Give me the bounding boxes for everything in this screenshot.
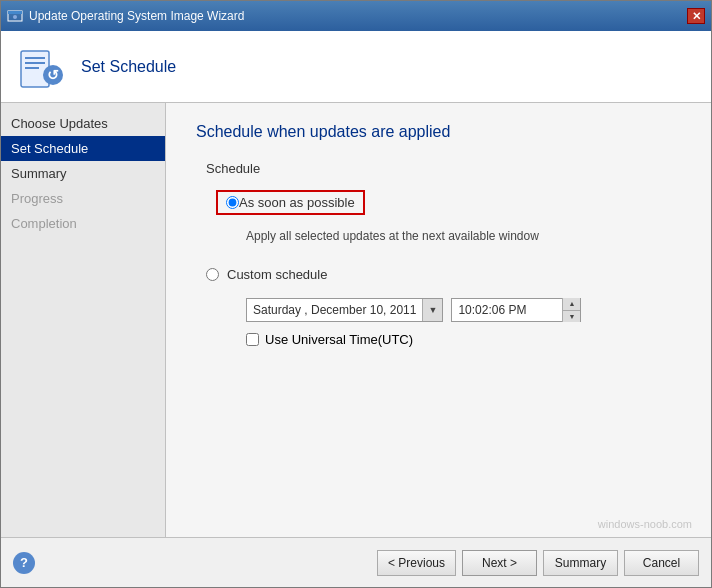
next-button[interactable]: Next > — [462, 550, 537, 576]
asap-description: Apply all selected updates at the next a… — [246, 229, 681, 243]
svg-point-2 — [13, 15, 17, 19]
title-bar: Update Operating System Image Wizard ✕ — [1, 1, 711, 31]
time-spin-up[interactable]: ▲ — [563, 298, 580, 311]
schedule-label: Schedule — [206, 161, 681, 176]
wizard-step-title: Set Schedule — [81, 58, 176, 76]
custom-label[interactable]: Custom schedule — [227, 267, 327, 282]
time-spinner: ▲ ▼ — [562, 298, 580, 322]
content-title: Schedule when updates are applied — [196, 123, 681, 141]
footer-left: ? — [13, 552, 371, 574]
window-title: Update Operating System Image Wizard — [29, 9, 244, 23]
svg-rect-5 — [25, 62, 45, 64]
sidebar-item-completion: Completion — [1, 211, 165, 236]
utc-checkbox[interactable] — [246, 333, 259, 346]
custom-radio[interactable] — [206, 268, 219, 281]
sidebar-item-summary[interactable]: Summary — [1, 161, 165, 186]
svg-rect-4 — [25, 57, 45, 59]
svg-rect-1 — [8, 11, 22, 14]
svg-rect-6 — [25, 67, 39, 69]
utc-checkbox-row: Use Universal Time(UTC) — [246, 332, 681, 347]
custom-schedule-option: Custom schedule — [206, 267, 681, 282]
sidebar: Choose Updates Set Schedule Summary Prog… — [1, 103, 166, 537]
close-button[interactable]: ✕ — [687, 8, 705, 24]
sidebar-item-choose-updates[interactable]: Choose Updates — [1, 111, 165, 136]
date-dropdown[interactable]: Saturday , December 10, 2011 ▼ — [246, 298, 443, 322]
help-button[interactable]: ? — [13, 552, 35, 574]
cancel-button[interactable]: Cancel — [624, 550, 699, 576]
wizard-body: Choose Updates Set Schedule Summary Prog… — [1, 103, 711, 537]
time-spin-down[interactable]: ▼ — [563, 311, 580, 323]
wizard-header: ↺ Set Schedule — [1, 31, 711, 103]
wizard-window: Update Operating System Image Wizard ✕ ↺… — [0, 0, 712, 588]
asap-radio[interactable] — [226, 196, 239, 209]
previous-button[interactable]: < Previous — [377, 550, 456, 576]
title-bar-left: Update Operating System Image Wizard — [7, 8, 244, 24]
time-value: 10:02:06 PM — [452, 303, 562, 317]
utc-label[interactable]: Use Universal Time(UTC) — [265, 332, 413, 347]
summary-button[interactable]: Summary — [543, 550, 618, 576]
time-input[interactable]: 10:02:06 PM ▲ ▼ — [451, 298, 581, 322]
window-icon — [7, 8, 23, 24]
asap-label[interactable]: As soon as possible — [239, 195, 355, 210]
wizard-footer: ? < Previous Next > Summary Cancel — [1, 537, 711, 587]
date-dropdown-arrow[interactable]: ▼ — [422, 299, 442, 321]
sidebar-item-progress: Progress — [1, 186, 165, 211]
date-time-row: Saturday , December 10, 2011 ▼ 10:02:06 … — [246, 298, 681, 322]
date-value: Saturday , December 10, 2011 — [247, 303, 422, 317]
sidebar-item-set-schedule[interactable]: Set Schedule — [1, 136, 165, 161]
asap-option-container: As soon as possible — [216, 190, 681, 215]
content-area: Schedule when updates are applied Schedu… — [166, 103, 711, 537]
svg-text:↺: ↺ — [47, 67, 59, 83]
wizard-header-icon: ↺ — [17, 43, 65, 91]
asap-highlighted-box: As soon as possible — [216, 190, 365, 215]
